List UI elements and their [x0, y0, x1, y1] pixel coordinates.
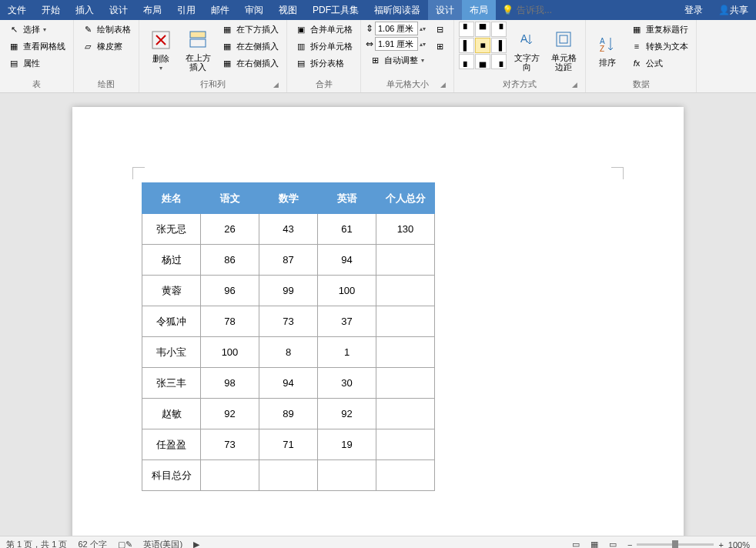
tab-design[interactable]: 设计 [102, 0, 135, 20]
table-cell[interactable]: 杨过 [142, 245, 201, 276]
table-cell[interactable]: 87 [259, 245, 318, 276]
align-ml[interactable]: ▌ [459, 38, 474, 53]
zoom-level[interactable]: 100% [728, 540, 750, 549]
table-row[interactable]: 任盈盈737119 [142, 429, 435, 460]
tab-file[interactable]: 文件 [0, 0, 34, 20]
table-cell[interactable]: 89 [259, 399, 318, 429]
text-direction-button[interactable]: A 文字方向 [510, 22, 544, 77]
split-cells-button[interactable]: ▥拆分单元格 [292, 38, 356, 54]
delete-button[interactable]: 删除▾ [144, 22, 178, 77]
table-cell[interactable]: 韦小宝 [142, 337, 201, 368]
table-cell[interactable]: 100 [318, 276, 376, 306]
zoom-slider[interactable] [637, 543, 714, 546]
tab-view[interactable]: 视图 [271, 0, 305, 20]
table-cell[interactable]: 赵敏 [142, 399, 201, 429]
height-spinner[interactable]: ▴▾ [420, 25, 426, 32]
table-row[interactable]: 令狐冲787337 [142, 306, 435, 337]
select-button[interactable]: ↖选择▾ [5, 22, 69, 37]
zoom-in-button[interactable]: + [718, 540, 723, 549]
zoom-out-button[interactable]: − [627, 540, 632, 549]
merge-cells-button[interactable]: ▣合并单元格 [292, 22, 356, 37]
table-cell[interactable]: 30 [318, 368, 376, 399]
eraser-button[interactable]: ▱橡皮擦 [79, 38, 134, 54]
tab-references[interactable]: 引用 [169, 0, 203, 20]
convert-to-text-button[interactable]: ≡转换为文本 [627, 38, 691, 54]
align-tl[interactable]: ▘ [459, 22, 474, 37]
table-cell[interactable]: 黄蓉 [142, 276, 201, 306]
table-cell[interactable] [318, 460, 376, 491]
table-cell[interactable]: 94 [259, 368, 318, 399]
align-br[interactable]: ▗ [491, 54, 507, 69]
table-cell[interactable]: 43 [259, 214, 318, 245]
table-header[interactable]: 英语 [318, 183, 376, 214]
document-page[interactable]: 姓名语文数学英语个人总分 张无忌264361130杨过868794黄蓉96991… [72, 107, 684, 536]
width-spinner[interactable]: ▴▾ [420, 41, 426, 48]
col-width-input[interactable] [375, 37, 418, 51]
document-workspace[interactable]: 姓名语文数学英语个人总分 张无忌264361130杨过868794黄蓉96991… [0, 93, 756, 536]
table-row[interactable]: 杨过868794 [142, 245, 435, 276]
cell-margins-button[interactable]: 单元格 边距 [547, 22, 580, 77]
table-header[interactable]: 姓名 [142, 183, 201, 214]
table-cell[interactable] [376, 399, 435, 429]
table-cell[interactable]: 86 [201, 245, 259, 276]
tab-review[interactable]: 审阅 [237, 0, 271, 20]
view-web-icon[interactable]: ▭ [609, 540, 617, 548]
table-row[interactable]: 科目总分 [142, 460, 435, 491]
table-cell[interactable]: 8 [259, 337, 318, 368]
table-cell[interactable]: 37 [318, 306, 376, 337]
login-button[interactable]: 登录 [677, 0, 711, 20]
tab-home[interactable]: 开始 [34, 0, 68, 20]
insert-above-button[interactable]: 在上方插入 [181, 22, 215, 77]
draw-table-button[interactable]: ✎绘制表格 [79, 22, 134, 37]
tab-table-design[interactable]: 设计 [428, 0, 462, 20]
align-launcher[interactable]: ◢ [570, 80, 579, 89]
table-cell[interactable]: 71 [259, 429, 318, 460]
share-button[interactable]: 👤共享 [711, 0, 756, 20]
align-bl[interactable]: ▖ [459, 54, 474, 69]
insert-right-button[interactable]: ▦在右侧插入 [218, 55, 282, 71]
table-cell[interactable] [376, 245, 435, 276]
autofit-button[interactable]: ⊞自动调整▾ [366, 52, 427, 68]
cellsize-launcher[interactable]: ◢ [438, 80, 447, 89]
table-cell[interactable]: 张三丰 [142, 368, 201, 399]
status-page[interactable]: 第 1 页，共 1 页 [6, 539, 67, 548]
table-cell[interactable]: 94 [318, 245, 376, 276]
table-row[interactable]: 黄蓉9699100 [142, 276, 435, 306]
table-cell[interactable]: 73 [201, 429, 259, 460]
align-mr[interactable]: ▐ [491, 38, 507, 53]
status-words[interactable]: 62 个字 [78, 539, 106, 548]
tell-me-search[interactable]: 💡 [496, 0, 677, 20]
rowscols-launcher[interactable]: ◢ [271, 80, 280, 89]
align-bc[interactable]: ▄ [475, 54, 490, 69]
table-cell[interactable]: 98 [201, 368, 259, 399]
table-cell[interactable]: 令狐冲 [142, 306, 201, 337]
table-cell[interactable]: 科目总分 [142, 460, 201, 491]
formula-button[interactable]: fx公式 [627, 55, 691, 71]
table-cell[interactable] [376, 368, 435, 399]
table-cell[interactable]: 26 [201, 214, 259, 245]
table-cell[interactable]: 92 [318, 399, 376, 429]
view-print-icon[interactable]: ▦ [590, 540, 598, 548]
properties-button[interactable]: ▤属性 [5, 55, 69, 71]
table-row[interactable]: 韦小宝10081 [142, 337, 435, 368]
split-table-button[interactable]: ▤拆分表格 [292, 55, 356, 71]
view-gridlines-button[interactable]: ▦查看网格线 [5, 38, 69, 54]
table-row[interactable]: 赵敏928992 [142, 399, 435, 429]
tell-me-input[interactable] [517, 5, 578, 15]
repeat-header-button[interactable]: ▦重复标题行 [627, 22, 691, 37]
view-read-icon[interactable]: ▭ [572, 540, 580, 548]
table-cell[interactable]: 100 [201, 337, 259, 368]
table-cell[interactable] [376, 429, 435, 460]
table-cell[interactable] [376, 460, 435, 491]
scores-table[interactable]: 姓名语文数学英语个人总分 张无忌264361130杨过868794黄蓉96991… [142, 182, 435, 491]
table-header[interactable]: 语文 [201, 183, 259, 214]
tab-layout[interactable]: 布局 [135, 0, 169, 20]
distribute-rows-button[interactable]: ⊟ [430, 22, 449, 37]
tab-mailings[interactable]: 邮件 [203, 0, 237, 20]
table-cell[interactable] [376, 337, 435, 368]
table-cell[interactable]: 96 [201, 276, 259, 306]
status-spellcheck-icon[interactable]: ▢✎ [118, 540, 132, 548]
table-cell[interactable]: 任盈盈 [142, 429, 201, 460]
table-header[interactable]: 数学 [259, 183, 318, 214]
table-cell[interactable] [201, 460, 259, 491]
